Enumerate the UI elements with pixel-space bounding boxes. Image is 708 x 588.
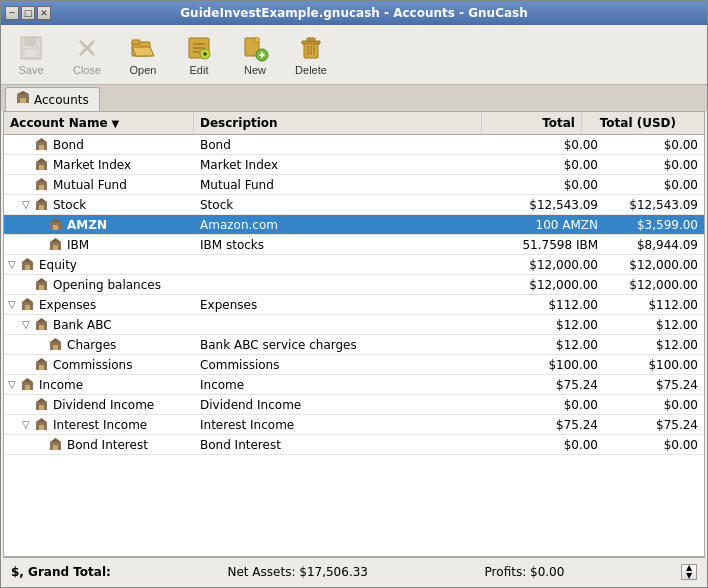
status-bar: $, Grand Total: Net Assets: $17,506.33 P… (3, 557, 705, 585)
account-name-cell: ▽ Income (4, 375, 194, 394)
description-cell: Bond (194, 135, 504, 154)
table-row[interactable]: ▽ StockStock$12,543.09$12,543.09 (4, 195, 704, 215)
header-total-usd[interactable]: Total (USD) (582, 112, 682, 134)
description-cell: Stock (194, 195, 504, 214)
total-usd-cell: $75.24 (604, 415, 704, 434)
table-row[interactable]: Market IndexMarket Index$0.00$0.00 (4, 155, 704, 175)
svg-marker-59 (50, 338, 61, 342)
total-usd-cell: $0.00 (604, 155, 704, 174)
svg-marker-32 (36, 158, 47, 162)
svg-rect-33 (39, 165, 44, 170)
title-bar: ─ □ ✕ GuideInvestExample.gnucash - Accou… (1, 1, 707, 25)
account-name: IBM (67, 238, 89, 252)
account-name-cell: IBM (4, 235, 194, 254)
account-name: Bond (53, 138, 84, 152)
svg-marker-50 (36, 278, 47, 282)
description-cell: Market Index (194, 155, 504, 174)
svg-rect-51 (39, 285, 44, 290)
account-name-cell: Bond Interest (4, 435, 194, 454)
maximize-button[interactable]: □ (21, 6, 35, 20)
table-body[interactable]: BondBond$0.00$0.00 Market IndexMarket In… (4, 135, 704, 556)
table-row[interactable]: Bond InterestBond Interest$0.00$0.00 (4, 435, 704, 455)
total-usd-cell: $0.00 (604, 395, 704, 414)
svg-marker-47 (22, 258, 33, 262)
svg-rect-45 (53, 245, 58, 250)
table-row[interactable]: Dividend IncomeDividend Income$0.00$0.00 (4, 395, 704, 415)
svg-marker-74 (50, 438, 61, 442)
table-row[interactable]: ChargesBank ABC service charges$12.00$12… (4, 335, 704, 355)
close-button-toolbar[interactable]: Close (61, 28, 113, 82)
close-icon (73, 34, 101, 62)
total-usd-cell: $100.00 (604, 355, 704, 374)
description-cell: Income (194, 375, 504, 394)
close-button[interactable]: ✕ (37, 6, 51, 20)
svg-rect-60 (53, 345, 58, 350)
svg-marker-44 (50, 238, 61, 242)
account-icon (34, 318, 48, 332)
account-name: Bank ABC (53, 318, 112, 332)
svg-marker-53 (22, 298, 33, 302)
svg-rect-15 (255, 38, 259, 42)
svg-rect-42 (53, 225, 58, 230)
svg-rect-39 (39, 205, 44, 210)
account-name-cell: Mutual Fund (4, 175, 194, 194)
table-row[interactable]: CommissionsCommissions$100.00$100.00 (4, 355, 704, 375)
table-row[interactable]: Opening balances$12,000.00$12,000.00 (4, 275, 704, 295)
header-total[interactable]: Total (482, 112, 582, 134)
tab-accounts[interactable]: Accounts (5, 87, 100, 111)
new-label: New (244, 64, 266, 76)
table-row[interactable]: Mutual FundMutual Fund$0.00$0.00 (4, 175, 704, 195)
total-usd-cell: $8,944.09 (604, 235, 704, 254)
account-name: Commissions (53, 358, 132, 372)
svg-rect-72 (39, 425, 44, 430)
tab-bar: Accounts (1, 85, 707, 111)
total-cell: $12,000.00 (504, 275, 604, 294)
open-label: Open (130, 64, 157, 76)
new-button[interactable]: New (229, 28, 281, 82)
svg-rect-66 (25, 385, 30, 390)
delete-button[interactable]: Delete (285, 28, 337, 82)
header-description[interactable]: Description (194, 112, 482, 134)
total-usd-cell: $3,599.00 (604, 215, 704, 234)
total-cell: $0.00 (504, 175, 604, 194)
table-row[interactable]: ▽ ExpensesExpenses$112.00$112.00 (4, 295, 704, 315)
account-icon (34, 158, 48, 172)
account-name-cell: AMZN (4, 215, 194, 234)
edit-button[interactable]: Edit (173, 28, 225, 82)
svg-marker-29 (36, 138, 47, 142)
open-icon (129, 34, 157, 62)
svg-marker-41 (50, 218, 61, 222)
total-cell: $0.00 (504, 435, 604, 454)
table-row[interactable]: BondBond$0.00$0.00 (4, 135, 704, 155)
delete-label: Delete (295, 64, 327, 76)
scroll-spinner[interactable]: ▲ ▼ (681, 564, 697, 580)
total-usd-cell: $12,543.09 (604, 195, 704, 214)
svg-rect-48 (25, 265, 30, 270)
total-cell: $12.00 (504, 335, 604, 354)
account-name: AMZN (67, 218, 107, 232)
account-name: Market Index (53, 158, 131, 172)
expand-arrow: ▽ (8, 379, 18, 390)
total-usd-cell: $112.00 (604, 295, 704, 314)
description-cell: Amazon.com (194, 215, 504, 234)
table-row[interactable]: ▽ Interest IncomeInterest Income$75.24$7… (4, 415, 704, 435)
table-row[interactable]: ▽ Equity$12,000.00$12,000.00 (4, 255, 704, 275)
table-row[interactable]: ▽ Bank ABC$12.00$12.00 (4, 315, 704, 335)
description-cell: IBM stocks (194, 235, 504, 254)
save-button[interactable]: Save (5, 28, 57, 82)
total-usd-cell: $12,000.00 (604, 275, 704, 294)
svg-marker-38 (36, 198, 47, 202)
net-assets: Net Assets: $17,506.33 (227, 565, 368, 579)
table-row[interactable]: AMZNAmazon.com100 AMZN$3,599.00 (4, 215, 704, 235)
account-icon (34, 198, 48, 212)
total-cell: $112.00 (504, 295, 604, 314)
total-usd-cell: $0.00 (604, 435, 704, 454)
minimize-button[interactable]: ─ (5, 6, 19, 20)
svg-marker-26 (17, 91, 29, 94)
table-row[interactable]: ▽ IncomeIncome$75.24$75.24 (4, 375, 704, 395)
table-row[interactable]: IBMIBM stocks51.7598 IBM$8,944.09 (4, 235, 704, 255)
total-cell: 51.7598 IBM (504, 235, 604, 254)
header-account-name[interactable]: Account Name ▼ (4, 112, 194, 134)
open-button[interactable]: Open (117, 28, 169, 82)
account-icon (34, 418, 48, 432)
